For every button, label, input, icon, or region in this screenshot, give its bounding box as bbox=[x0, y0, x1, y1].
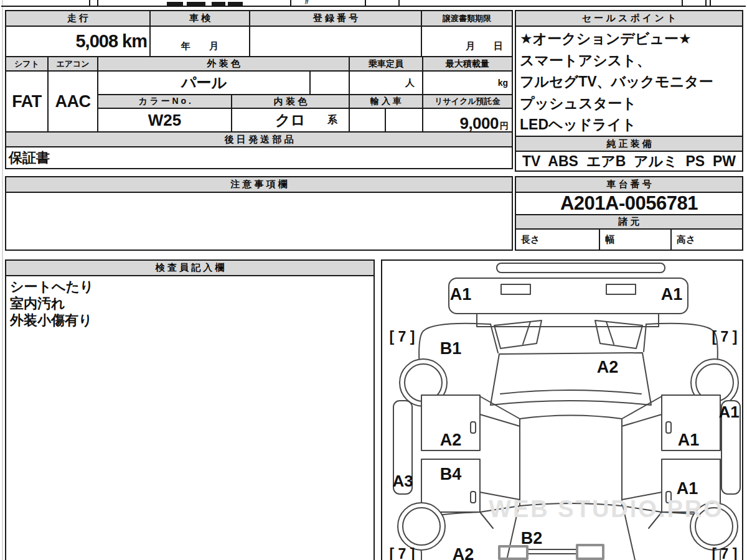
top-cutoff-tick bbox=[710, 0, 711, 6]
aircon-header: エアコン bbox=[47, 56, 98, 72]
specs-header: 諸 元 bbox=[515, 214, 743, 230]
damage-code-label: [ 7 ] bbox=[390, 329, 415, 345]
chassis-value: A201A-0056781 bbox=[515, 192, 743, 215]
equipment-header: 純 正 装 備 bbox=[515, 136, 743, 152]
caution-body bbox=[5, 192, 513, 251]
top-cutoff-text-fragment bbox=[228, 2, 243, 6]
sales-points-header: セ ー ル ス ポ イ ン ト bbox=[515, 10, 743, 27]
rear-wheel-left-rim bbox=[403, 508, 440, 545]
damage-code-label: [ 7 ] bbox=[390, 546, 415, 560]
hood-crease bbox=[500, 390, 641, 394]
damage-code-label: B1 bbox=[440, 339, 462, 358]
sales-point-line: LEDヘッドライト bbox=[520, 114, 636, 136]
exterior-color-header: 外 装 色 bbox=[97, 56, 350, 72]
registration-value bbox=[249, 26, 422, 57]
capacity-header: 乗車定員 bbox=[349, 56, 423, 72]
chassis-header: 車 台 番 号 bbox=[515, 176, 743, 193]
recycle-unit: 円 bbox=[500, 121, 509, 132]
top-cutoff-text-fragment bbox=[212, 2, 225, 6]
damage-code-label: B2 bbox=[521, 529, 543, 548]
front-bumper-detail-right bbox=[606, 284, 636, 294]
maxload-header: 最大積載量 bbox=[422, 56, 513, 72]
interior-color-text: クロ bbox=[275, 110, 306, 130]
shaken-value: 年 月 bbox=[149, 26, 250, 57]
a-pillar-right bbox=[644, 324, 646, 352]
capacity-value: 人 bbox=[349, 70, 423, 95]
top-cutoff-tick bbox=[365, 0, 366, 6]
scan-edge bbox=[2, 0, 3, 560]
color-no-value: W25 bbox=[97, 108, 232, 133]
sales-points-body: ★オークションデビュー★スマートアシスト、フルセグTV、バックモニタープッシュス… bbox=[515, 26, 743, 137]
damage-code-label: A2 bbox=[440, 431, 462, 449]
inspector-body: シートへたり室内汚れ外装小傷有り bbox=[5, 275, 375, 560]
top-cutoff-text-fragment bbox=[167, 2, 183, 6]
windshield-right bbox=[595, 320, 642, 348]
damage-code-label: A2 bbox=[453, 545, 474, 560]
inspector-note-line: 外装小傷有り bbox=[10, 312, 93, 329]
car-damage-diagram: WEB STUDIO.PRO A1A1[ 7 ][ 7 ]B1A2A3A1A2B… bbox=[382, 261, 742, 560]
interior-color-header: 内 装 色 bbox=[231, 94, 350, 109]
damage-code-label: A2 bbox=[597, 358, 619, 376]
top-cutoff-tick bbox=[398, 0, 400, 6]
damage-code-label: [ 7 ] bbox=[712, 546, 738, 560]
shift-value: FAT bbox=[5, 70, 49, 133]
deadline-value: 月 日 bbox=[421, 26, 513, 57]
sales-point-line: フルセグTV、バックモニター bbox=[520, 71, 713, 93]
color-no-header: カ ラ ー N o . bbox=[97, 94, 232, 109]
damage-code-label: A3 bbox=[392, 472, 413, 490]
top-cutoff-tick bbox=[705, 0, 707, 6]
top-cutoff-text-fragment bbox=[187, 2, 205, 6]
front-bumper bbox=[449, 278, 688, 314]
spec-length-cell: 長さ bbox=[515, 228, 600, 251]
damage-code-label: A1 bbox=[677, 479, 698, 498]
deadline-header: 譲渡書類期限 bbox=[421, 10, 513, 27]
top-cutoff-tick bbox=[97, 0, 98, 6]
top-cutoff-tick bbox=[682, 0, 683, 6]
rear-bumper-detail-right bbox=[577, 545, 603, 559]
top-cutoff-border bbox=[1, 6, 746, 7]
damage-code-label: [ 7 ] bbox=[712, 329, 738, 345]
maxload-value: kg bbox=[422, 70, 513, 95]
later-parts-header: 後 日 発 送 部 品 bbox=[5, 131, 513, 147]
damage-code-label: A1 bbox=[661, 285, 683, 304]
spec-height-cell: 高さ bbox=[670, 228, 743, 251]
import-header: 輸 入 車 bbox=[349, 94, 423, 109]
interior-color-value: クロ 系 bbox=[231, 108, 350, 133]
equipment-value: TV ABS エアB アルミ PS PW bbox=[515, 151, 743, 172]
recycle-header: リサイクル預託金 bbox=[422, 94, 513, 109]
top-cutoff-tick bbox=[89, 0, 90, 6]
spec-width-cell: 幅 bbox=[599, 228, 672, 251]
damage-code-label: A1 bbox=[450, 285, 472, 304]
exterior-color-value: パール bbox=[97, 70, 311, 95]
front-strip bbox=[497, 263, 665, 273]
top-cutoff-ditto-mark: 〃 bbox=[303, 0, 311, 7]
wiper-left bbox=[523, 322, 530, 344]
inspector-note-line: シートへたり bbox=[10, 278, 94, 295]
roof bbox=[520, 416, 622, 506]
shift-header: シフト bbox=[5, 56, 49, 72]
front-bumper-detail-left bbox=[501, 284, 530, 294]
aircon-value: AAC bbox=[47, 70, 98, 133]
sales-point-line: スマートアシスト、 bbox=[520, 50, 651, 72]
sales-point-line: ★オークションデビュー★ bbox=[520, 28, 692, 50]
mileage-value: 5,008 km bbox=[5, 26, 151, 57]
recycle-amount: 9,000 bbox=[459, 114, 499, 133]
auction-sheet: { "top_strip": { "mark": "〃" }, "main": … bbox=[0, 0, 747, 560]
damage-code-label: A1 bbox=[718, 403, 739, 421]
top-cutoff-tick bbox=[290, 0, 291, 6]
recycle-value: 9,000 円 bbox=[422, 108, 513, 133]
wiper-right bbox=[606, 322, 614, 344]
caution-header: 注 意 事 項 欄 bbox=[5, 176, 513, 193]
watermark: WEB STUDIO.PRO bbox=[489, 496, 724, 522]
import-value-left bbox=[349, 108, 386, 133]
mileage-header: 走 行 bbox=[5, 10, 151, 27]
hood bbox=[491, 353, 651, 405]
a-pillar-left bbox=[491, 324, 498, 353]
sales-point-line: プッシュスタート bbox=[520, 93, 637, 114]
shaken-header: 車 検 bbox=[149, 10, 250, 27]
damage-code-label: A1 bbox=[678, 431, 700, 449]
rear-bumper-detail-left bbox=[499, 546, 527, 559]
import-value-right bbox=[385, 108, 423, 133]
damage-code-label: B4 bbox=[440, 465, 462, 483]
interior-color-suffix: 系 bbox=[327, 114, 337, 127]
